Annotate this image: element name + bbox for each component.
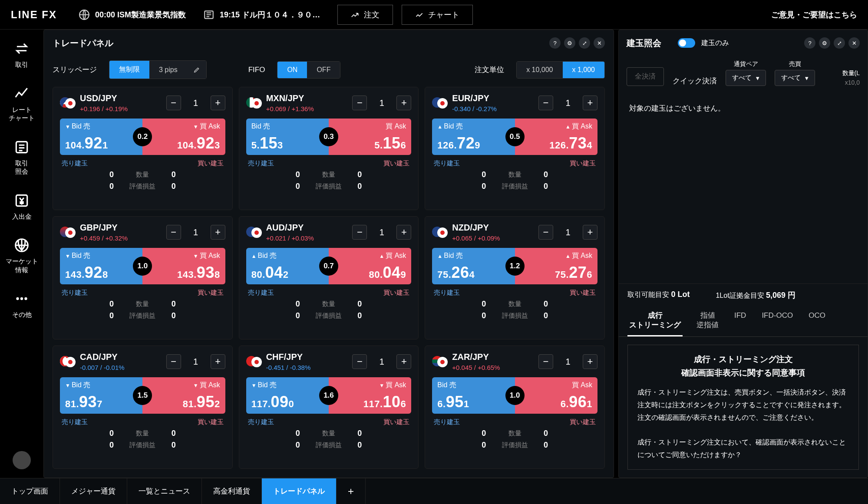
indicator-info[interactable]: 00:00 ISM製造業景気指数	[95, 10, 186, 20]
qty-plus[interactable]: +	[583, 225, 597, 240]
sidenav-trade[interactable]: 取引	[13, 40, 30, 69]
btab-top[interactable]: トップ画面	[0, 478, 60, 504]
bid-button[interactable]: Bid 売 75.264	[432, 248, 515, 284]
qty-plus[interactable]: +	[583, 96, 597, 110]
slippage-edit[interactable]	[187, 61, 206, 79]
side-filter-dropdown[interactable]: すべて▾	[775, 70, 815, 86]
sidenav-market[interactable]: マーケット 情報	[6, 237, 38, 274]
ask-button[interactable]: 買 Ask 126.734	[515, 119, 597, 155]
ask-button[interactable]: 買 Ask 80.049	[329, 248, 411, 284]
user-avatar[interactable]	[13, 451, 31, 469]
bid-button[interactable]: Bid 売 143.928	[60, 248, 142, 284]
positions-panel: 建玉照会 建玉のみ ? ⚙ ⤢ ✕ 全決済 クイック決済 通貨ペア すべて▾	[618, 30, 868, 478]
unit-10000[interactable]: x 10,000	[517, 62, 562, 78]
order-tab-ifd[interactable]: IFD	[733, 306, 748, 336]
qty-plus[interactable]: +	[583, 354, 597, 369]
ask-button[interactable]: 買 Ask 81.952	[142, 377, 225, 414]
btab-high-yield[interactable]: 高金利通貨	[202, 478, 262, 504]
order-tab-oco[interactable]: OCO	[807, 306, 827, 336]
bottom-tabs: トップ画面 メジャー通貨 一覧とニュース 高金利通貨 トレードパネル +	[0, 478, 868, 504]
sell-pos-header: 売り建玉	[248, 159, 274, 168]
buy-pl: 0	[172, 311, 224, 320]
settings-icon[interactable]: ⚙	[564, 37, 575, 49]
spread-badge: 0.3	[319, 127, 338, 146]
pair-card: GBP/JPY +0.459 / +0.32% − 1 + Bid 売 143.…	[53, 216, 233, 339]
sidenav-other[interactable]: その他	[12, 290, 32, 319]
globe-grid-icon	[13, 237, 30, 254]
sell-qty: 0	[434, 170, 486, 179]
unit-1000[interactable]: x 1,000	[563, 62, 604, 78]
bid-button[interactable]: Bid 売 117.090	[246, 377, 329, 414]
btab-list-news[interactable]: 一覧とニュース	[127, 478, 202, 504]
qty-minus[interactable]: −	[352, 225, 367, 240]
flag-pair-icon	[432, 97, 448, 109]
qty-plus[interactable]: +	[211, 225, 225, 240]
feedback-link[interactable]: ご意見・ご要望はこちら	[771, 10, 857, 20]
buy-pos-header: 買い建玉	[570, 159, 596, 168]
spread-badge: 1.6	[319, 386, 338, 405]
close-icon[interactable]: ✕	[594, 37, 605, 49]
qty-plus[interactable]: +	[396, 225, 411, 240]
btab-add[interactable]: +	[337, 478, 366, 504]
chart-button[interactable]: チャート	[402, 5, 473, 25]
news-ticker[interactable]: 19:15 ドル円１０４．９０…	[220, 10, 320, 20]
expand-icon[interactable]: ⤢	[579, 37, 590, 49]
fifo-on[interactable]: ON	[277, 62, 307, 78]
ask-button[interactable]: 買 Ask 104.923	[142, 119, 225, 155]
buy-pl: 0	[544, 311, 596, 320]
qty-minus[interactable]: −	[538, 225, 553, 240]
fifo-off[interactable]: OFF	[307, 62, 340, 78]
chevron-down-icon: ▾	[805, 74, 809, 82]
order-tab-limit[interactable]: 指値 逆指値	[695, 306, 720, 336]
order-tab-ifdoco[interactable]: IFD-OCO	[760, 306, 795, 336]
qty-minus[interactable]: −	[166, 225, 181, 240]
ask-button[interactable]: 買 Ask 5.156	[329, 119, 411, 155]
bid-button[interactable]: Bid 売 80.042	[246, 248, 329, 284]
pair-filter-dropdown[interactable]: すべて▾	[726, 70, 766, 86]
qty-minus[interactable]: −	[166, 354, 181, 369]
ask-button[interactable]: 買 Ask 117.106	[329, 377, 411, 414]
order-tab-market[interactable]: 成行 ストリーミング	[627, 306, 683, 336]
ask-button[interactable]: 買 Ask 6.961	[515, 377, 597, 414]
trade-panel-title: トレードパネル	[53, 37, 113, 49]
sidenav-orders[interactable]: 取引 照会	[13, 139, 30, 176]
qty-plus[interactable]: +	[396, 96, 411, 110]
qty-plus[interactable]: +	[211, 354, 225, 369]
sidenav-deposit[interactable]: 入出金	[12, 192, 32, 221]
spread-badge: 0.5	[505, 127, 525, 146]
qty-plus[interactable]: +	[211, 96, 225, 110]
expand-icon[interactable]: ⤢	[834, 37, 845, 49]
qty-minus[interactable]: −	[538, 96, 553, 110]
help-icon[interactable]: ?	[804, 37, 815, 49]
slippage-3pips[interactable]: 3 pips	[149, 61, 187, 79]
btab-major[interactable]: メジャー通貨	[60, 478, 127, 504]
settle-all-button[interactable]: 全決済	[627, 67, 664, 86]
flag-pair-icon	[246, 356, 262, 367]
buy-qty: 0	[544, 429, 596, 438]
qty-minus[interactable]: −	[352, 354, 367, 369]
qty-minus[interactable]: −	[166, 96, 181, 110]
order-button[interactable]: 注文	[337, 5, 393, 25]
flag-pair-icon	[432, 356, 448, 367]
bid-button[interactable]: Bid 売 104.921	[60, 119, 142, 155]
qty-minus[interactable]: −	[538, 354, 553, 369]
close-icon[interactable]: ✕	[848, 37, 860, 49]
sidenav-rate-chart[interactable]: レート チャート	[9, 86, 35, 122]
btab-trade-panel[interactable]: トレードパネル	[262, 478, 337, 504]
buy-qty: 0	[172, 170, 224, 179]
qty-plus[interactable]: +	[396, 354, 411, 369]
bid-button[interactable]: Bid 売 6.951	[432, 377, 515, 414]
pair-name: NZD/JPY	[452, 223, 500, 233]
bid-button[interactable]: Bid 売 126.729	[432, 119, 515, 155]
qty-minus[interactable]: −	[352, 96, 367, 110]
spread-badge: 1.5	[133, 386, 152, 405]
positions-controls: 全決済 クイック決済 通貨ペア すべて▾ 売買 すべて▾ 数量(L x10,0	[619, 56, 868, 93]
settings-icon[interactable]: ⚙	[819, 37, 830, 49]
help-icon[interactable]: ?	[549, 37, 561, 49]
bid-button[interactable]: Bid 売 81.937	[60, 377, 142, 414]
positions-only-toggle[interactable]	[678, 38, 695, 48]
ask-button[interactable]: 買 Ask 143.938	[142, 248, 225, 284]
slippage-unlimited[interactable]: 無制限	[109, 61, 149, 79]
ask-button[interactable]: 買 Ask 75.276	[515, 248, 597, 284]
bid-button[interactable]: Bid 売 5.153	[246, 119, 329, 155]
